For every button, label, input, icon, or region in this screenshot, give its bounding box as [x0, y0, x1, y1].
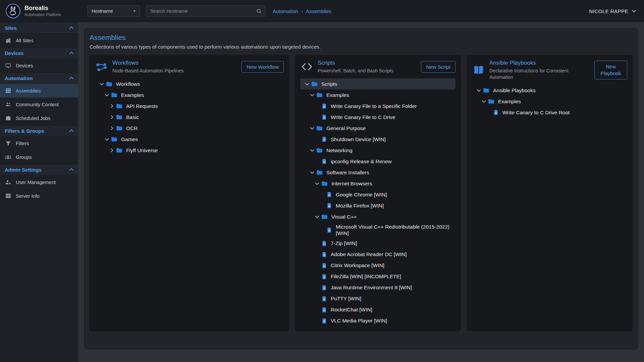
sidebar-item-all-sites[interactable]: All Sites — [0, 34, 78, 47]
sidebar-section-label: Admin Settings — [5, 167, 68, 173]
sidebar-section-admin-settings[interactable]: Admin Settings — [0, 164, 78, 175]
chevron-down-icon[interactable] — [308, 125, 316, 131]
tree-folder-row[interactable]: Ansible Playbooks — [472, 85, 627, 96]
tree-item-label: Google Chrome [WIN] — [336, 191, 387, 198]
tree-folder-row[interactable]: Networking — [300, 145, 455, 156]
folder-icon — [316, 92, 323, 99]
tree-folder-row[interactable]: Basic — [95, 112, 284, 123]
chevron-down-icon[interactable] — [303, 81, 311, 87]
card-title: Ansible Playbooks — [489, 60, 590, 66]
tree-file-row[interactable]: PuTTY [WIN] — [300, 293, 455, 304]
tree-item-label: General Purpose — [326, 124, 366, 132]
chevron-down-icon[interactable] — [480, 98, 488, 105]
sidebar-item-groups[interactable]: Groups — [0, 150, 78, 164]
tree-file-row[interactable]: Java Runtime Environment 8 [WIN] — [300, 282, 455, 293]
tree-file-row[interactable]: FileZilla [WIN] [INCOMPLETE] — [300, 271, 455, 282]
chevron-down-icon[interactable] — [475, 87, 483, 94]
tree-folder-row[interactable]: Examples — [472, 96, 627, 107]
tree-item-label: Ansible Playbooks — [493, 86, 536, 94]
tree-file-row[interactable]: Mozilla Firefox [WIN] — [300, 200, 455, 211]
sidebar-item-assemblies[interactable]: Assemblies — [0, 84, 78, 98]
folder-icon — [116, 125, 123, 132]
search-box — [146, 5, 265, 17]
sidebar-item-label: Community Content — [16, 102, 59, 107]
tree-folder-row[interactable]: Visual C++ — [300, 211, 455, 222]
file-icon — [493, 109, 499, 116]
tree-folder-row[interactable]: Internet Browsers — [300, 178, 455, 189]
sidebar-item-filters[interactable]: Filters — [0, 136, 78, 150]
folder-icon — [111, 136, 118, 143]
tree-file-row[interactable]: Adobe Acrobat Reader DC [WIN] — [300, 249, 455, 260]
tree-file-row[interactable]: VLC Media Player [WIN] — [300, 315, 455, 326]
sidebar-section-devices[interactable]: Devices — [0, 47, 78, 59]
user-menu[interactable]: NICOLE RAPPE — [589, 8, 637, 14]
sidebar-item-community-content[interactable]: Community Content — [0, 98, 78, 111]
tree-item-label: Java Runtime Environment 8 [WIN] — [331, 284, 412, 291]
folder-icon — [116, 147, 123, 154]
tree-item-label: ipconfig Release & Renew — [331, 158, 392, 165]
sidebar-item-server-info[interactable]: Server Info — [0, 189, 78, 203]
tree-folder-row[interactable]: OCR — [95, 123, 284, 134]
tree-folder-row[interactable]: Software Installers — [300, 167, 455, 178]
new-scripts-button[interactable]: New Script — [421, 61, 455, 73]
sidebar-item-user-management[interactable]: User Management — [0, 175, 78, 189]
breadcrumb-assemblies[interactable]: Assemblies — [306, 8, 332, 14]
sidebar-section-filters-groups[interactable]: Filters & Groups — [0, 125, 78, 136]
chevron-down-icon[interactable] — [313, 180, 321, 187]
tree-file-row[interactable]: Write Canary to C Drive Root — [472, 107, 627, 118]
hostname-select[interactable]: Hostname — [87, 5, 140, 17]
chevron-down-icon[interactable] — [308, 169, 316, 176]
tree-folder-row[interactable]: API Requests — [95, 101, 284, 112]
sidebar-section-automation[interactable]: Automation — [0, 72, 78, 84]
chevron-down-icon[interactable] — [98, 81, 106, 87]
card-title: Scripts — [318, 60, 393, 66]
folder-icon — [106, 80, 113, 87]
chevron-right-icon[interactable] — [108, 147, 116, 154]
sidebar-section-sites[interactable]: Sites — [0, 22, 78, 34]
community-icon — [5, 101, 11, 108]
tree-folder-row[interactable]: Games — [95, 134, 284, 145]
new-workflows-button[interactable]: New Workflow — [241, 61, 284, 73]
tree-file-row[interactable]: Write Canary File to a Specific Folder — [300, 101, 455, 112]
server-icon — [5, 193, 11, 199]
tree-folder-row[interactable]: Examples — [300, 89, 455, 101]
sidebar-item-scheduled-jobs[interactable]: Scheduled Jobs — [0, 111, 78, 125]
tree-file-row[interactable]: ipconfig Release & Renew — [300, 156, 455, 167]
tree-file-row[interactable]: 7-Zip [WIN] — [300, 238, 455, 249]
breadcrumb-automation[interactable]: Automation — [273, 8, 298, 14]
file-icon — [326, 227, 332, 233]
search-input[interactable] — [146, 5, 265, 17]
tree-file-row[interactable]: RocketChat [WIN] — [300, 304, 455, 315]
card-subtitle: Node-Based Automation Pipelines — [112, 68, 183, 74]
tree-folder-row[interactable]: Flyff Universe — [95, 145, 284, 156]
sidebar-item-devices[interactable]: Devices — [0, 59, 78, 72]
tree-folder-row[interactable]: Scripts — [300, 78, 455, 89]
card-header: WorkflowsNode-Based Automation Pipelines… — [95, 60, 284, 74]
tree-file-row[interactable]: Write Canary File to C Drive — [300, 112, 455, 123]
chevron-down-icon[interactable] — [103, 136, 111, 142]
tree-folder-row[interactable]: Examples — [95, 89, 284, 101]
chevron-right-icon[interactable] — [108, 114, 116, 120]
tree-file-row[interactable]: Citrix Workspace [WIN] — [300, 260, 455, 271]
chevron-right-icon[interactable] — [108, 125, 116, 131]
card-header: ScriptsPowershell, Batch, and Bash Scrip… — [300, 60, 455, 74]
tree-item-label: Microsoft Visual C++ Redistributable (20… — [336, 223, 453, 237]
chevron-right-icon[interactable] — [108, 103, 116, 109]
chevron-down-icon[interactable] — [308, 92, 316, 98]
tree-file-row[interactable]: Microsoft Visual C++ Redistributable (20… — [300, 222, 455, 238]
file-icon — [321, 274, 327, 280]
sidebar-item-label: Devices — [16, 63, 33, 68]
tree-item-label: RocketChat [WIN] — [331, 306, 372, 313]
tree-folder-row[interactable]: General Purpose — [300, 123, 455, 134]
chevron-down-icon[interactable] — [103, 92, 111, 98]
tree-file-row[interactable]: Google Chrome [WIN] — [300, 189, 455, 200]
new-playbooks-button[interactable]: New Playbook — [594, 61, 627, 80]
book-icon — [472, 64, 485, 76]
card-scripts: ScriptsPowershell, Batch, and Bash Scrip… — [295, 55, 461, 331]
chevron-down-icon[interactable] — [313, 214, 321, 220]
tree-file-row[interactable]: Shutdown Device [WIN] — [300, 134, 455, 145]
tree-folder-row[interactable]: Workflows — [95, 78, 284, 89]
workflow-icon — [95, 61, 108, 73]
card-subtitle: Declarative Instructions for Consistent … — [489, 68, 590, 80]
chevron-down-icon[interactable] — [308, 147, 316, 154]
